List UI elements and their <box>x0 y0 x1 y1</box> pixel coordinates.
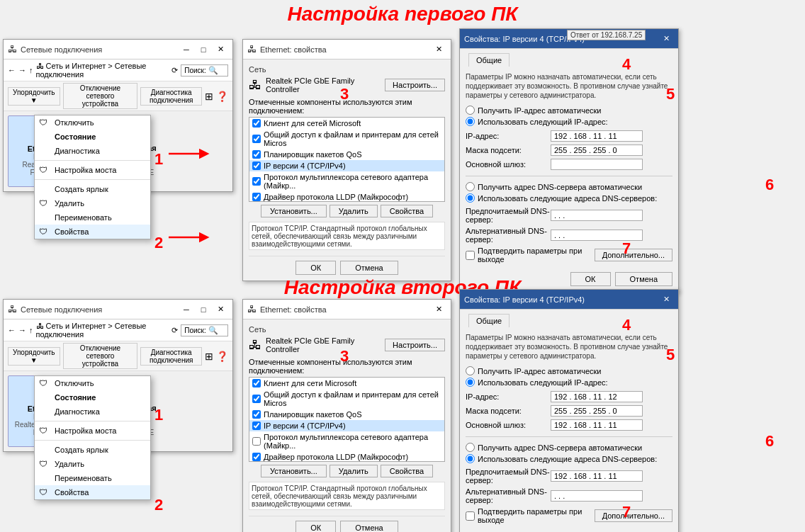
eth-close-button[interactable]: ✕ <box>431 43 446 56</box>
disable-device-button[interactable]: Отключение сетевого устройства <box>63 83 138 109</box>
bot-minimize-button[interactable]: ─ <box>179 303 194 316</box>
diagnose-button[interactable]: Диагностика подключения <box>140 87 202 106</box>
ctx-bridge[interactable]: 🛡 Настройка моста <box>35 163 150 177</box>
bot-ctx-properties[interactable]: 🛡 Свойства <box>35 485 150 499</box>
bot-refresh-icon[interactable]: ⟳ <box>171 326 178 335</box>
back-icon[interactable]: ← <box>8 66 16 74</box>
top-ip-tab-general[interactable]: Общие <box>468 53 510 67</box>
bot-ctx-bridge[interactable]: 🛡 Настройка моста <box>35 424 150 438</box>
top-components-list[interactable]: Клиент для сетей Microsoft Общий доступ … <box>249 117 445 202</box>
bot-ip-address-input[interactable] <box>551 391 643 402</box>
bot-ctx-shortcut[interactable]: Создать ярлык <box>35 443 150 457</box>
bot-close-button[interactable]: ✕ <box>213 303 228 316</box>
bot-ctx-sep1 <box>35 421 150 421</box>
up-icon[interactable]: ↑ <box>29 66 33 74</box>
close-button[interactable]: ✕ <box>213 43 228 56</box>
ctx-properties[interactable]: 🛡 Свойства <box>35 225 150 239</box>
bot-preferred-dns-input[interactable] <box>551 470 643 482</box>
bot-back-icon[interactable]: ← <box>8 326 16 334</box>
ctx-status[interactable]: Состояние <box>35 130 150 144</box>
bot-disable-device-button[interactable]: Отключение сетевого устройства <box>63 343 138 369</box>
bot-configure-button[interactable]: Настроить... <box>385 339 445 351</box>
shield-icon-bridge: 🛡 <box>39 165 47 175</box>
bot-eth-controls[interactable]: ✕ <box>431 303 446 316</box>
top-dns-radio-group: Получить адрес DNS-сервера автоматически… <box>466 182 672 203</box>
bot-ctx-delete[interactable]: 🛡 Удалить <box>35 457 150 471</box>
bot-components-list[interactable]: Клиент для сети Microsoft Общий доступ к… <box>249 377 445 462</box>
ctx-shortcut[interactable]: Создать ярлык <box>35 182 150 196</box>
comp-item-3: Планировщик пакетов QoS <box>249 149 444 160</box>
bot-preferred-dns-label: Предпочитаемый DNS-сервер: <box>466 468 551 485</box>
bot-ctx-rename[interactable]: Переименовать <box>35 471 150 485</box>
organize-button[interactable]: Упорядочить ▼ <box>8 87 60 106</box>
bot-ctx-status[interactable]: Состояние <box>35 390 150 404</box>
bot-forward-icon[interactable]: → <box>18 326 26 334</box>
uninstall-button[interactable]: Удалить <box>330 205 378 217</box>
forward-icon[interactable]: → <box>18 66 26 74</box>
bot-net-conn-titlebar: 🖧 Сетевые подключения ─ □ ✕ <box>4 300 232 319</box>
bot-manual-ip-label: Использовать следующий IP-адрес: <box>478 378 608 387</box>
top-validate-cb[interactable] <box>466 251 475 260</box>
top-configure-button[interactable]: Настроить... <box>385 79 445 91</box>
shield-icon-disable: 🛡 <box>39 118 47 128</box>
bot-gateway-input[interactable] <box>551 419 643 431</box>
ctx-disable[interactable]: 🛡 Отключить <box>35 115 150 130</box>
bot-organize-button[interactable]: Упорядочить ▼ <box>8 347 60 366</box>
props-button[interactable]: Свойства <box>381 205 433 217</box>
install-button[interactable]: Установить... <box>261 205 327 217</box>
minimize-button[interactable]: ─ <box>179 43 194 56</box>
top-ip-desc: Параметры IP можно назначать автоматичес… <box>466 72 672 100</box>
bot-ip-controls[interactable]: ✕ <box>658 293 674 306</box>
refresh-icon[interactable]: ⟳ <box>171 66 178 75</box>
bot-search-box[interactable]: Поиск: 🔍 <box>181 324 228 336</box>
bot-props-button[interactable]: Свойства <box>381 465 433 477</box>
bot-maximize-button[interactable]: □ <box>196 303 211 316</box>
top-subnet-input[interactable] <box>551 145 643 156</box>
top-context-menu: 🛡 Отключить Состояние Диагностика 🛡 Наст… <box>34 115 151 239</box>
help-icon: ❓ <box>216 91 228 102</box>
ip-close-button[interactable]: ✕ <box>658 33 674 45</box>
bot-net-controls[interactable]: ─ □ ✕ <box>179 303 228 316</box>
bot-arrow4-label: 4 <box>622 316 631 334</box>
ctx-rename[interactable]: Переименовать <box>35 210 150 225</box>
bot-alternate-dns-label: Альтернативный DNS-сервер: <box>466 487 551 504</box>
bot-eth-close-button[interactable]: ✕ <box>431 303 446 316</box>
bot-up-icon[interactable]: ↑ <box>29 326 33 334</box>
comp-item-6: Драйвер протокола LLDP (Майкрософт) <box>249 191 444 202</box>
bot-validate-row: Подтвердить параметры при выходе Дополни… <box>466 507 672 524</box>
top-dns-manual-row: Использовать следующие адреса DNS-сервер… <box>466 193 672 203</box>
maximize-button[interactable]: □ <box>196 43 211 56</box>
search-box[interactable]: Поиск: 🔍 <box>181 64 228 77</box>
ctx-delete[interactable]: 🛡 Удалить <box>35 196 150 210</box>
bot-install-button[interactable]: Установить... <box>261 465 327 477</box>
bot-alternate-dns-input[interactable] <box>551 490 643 502</box>
bot-advanced-button[interactable]: Дополнительно... <box>595 509 672 522</box>
top-preferred-dns-input[interactable] <box>551 210 643 221</box>
bot-diagnose-button[interactable]: Диагностика подключения <box>140 347 202 366</box>
top-ip-manual-radio-row: Использовать следующий IP-адрес: <box>466 117 672 126</box>
ctx-sep2 <box>35 179 150 180</box>
top-gateway-input[interactable] <box>551 159 643 170</box>
top-ip-address-input[interactable] <box>551 130 643 142</box>
bot-uninstall-button[interactable]: Удалить <box>330 465 378 477</box>
bot-ctx-diagnose[interactable]: Диагностика <box>35 404 150 419</box>
bot-subnet-input[interactable] <box>551 405 643 417</box>
top-ip-controls[interactable]: ✕ <box>658 33 674 45</box>
top-eth-props-titlebar: 🖧 Ethernet: свойства ✕ <box>243 40 451 60</box>
bot-ip-close-button[interactable]: ✕ <box>658 293 674 306</box>
bot-breadcrumb: ← → ↑ 🖧 Сеть и Интернет > Сетевые подклю… <box>4 319 232 341</box>
ctx-diagnose[interactable]: Диагностика <box>35 144 150 158</box>
bot-validate-cb[interactable] <box>466 511 475 521</box>
top-advanced-button[interactable]: Дополнительно... <box>595 249 672 261</box>
bot-eth-cancel-button[interactable]: Отмена <box>340 521 398 532</box>
top-eth-ok-button[interactable]: ОК <box>295 261 336 275</box>
top-eth-cancel-button[interactable]: Отмена <box>340 261 398 275</box>
bot-nav-path: 🖧 Сеть и Интернет > Сетевые подключения <box>36 322 167 339</box>
bot-ip-tab-general[interactable]: Общие <box>468 314 510 327</box>
top-net-conn-controls[interactable]: ─ □ ✕ <box>179 43 228 56</box>
bot-ctx-disable[interactable]: 🛡 Отключить <box>35 376 150 390</box>
top-arrow1-label: 1 <box>154 150 163 169</box>
top-eth-controls[interactable]: ✕ <box>431 43 446 56</box>
shield-icon-props: 🛡 <box>39 227 47 237</box>
bot-eth-ok-button[interactable]: ОК <box>295 521 336 532</box>
